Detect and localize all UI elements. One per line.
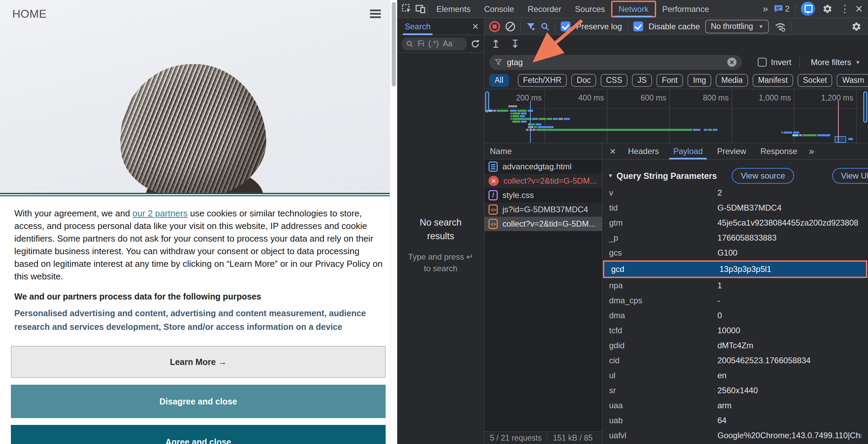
scrollbar-thumb[interactable] — [392, 2, 396, 87]
filter-chip-manifest[interactable]: Manifest — [753, 74, 793, 87]
request-row[interactable]: <>collect?v=2&tid=G-5DM... — [484, 217, 602, 231]
filter-chip-wasm[interactable]: Wasm — [837, 74, 868, 87]
details-tab-payload[interactable]: Payload — [667, 143, 709, 159]
payload-param-row[interactable]: tidG-5DMB37MDC4 — [602, 200, 868, 215]
waterfall-bar — [512, 115, 519, 117]
request-row[interactable]: ×collect?v=2&tid=G-5DM... — [484, 174, 602, 188]
filter-chip-socket[interactable]: Socket — [797, 74, 832, 87]
agree-button[interactable]: Agree and close — [11, 425, 386, 444]
refresh-icon[interactable] — [470, 39, 480, 49]
chevron-down-icon: ▼ — [855, 59, 861, 65]
import-har-icon[interactable]: ↥ — [491, 37, 500, 50]
details-tab-preview[interactable]: Preview — [711, 143, 752, 159]
waterfall-bar — [553, 118, 558, 120]
request-row[interactable]: <>js?id=G-5DMB37MDC4 — [484, 202, 602, 217]
disable-cache-checkbox[interactable] — [633, 21, 643, 31]
search-panel-close-icon[interactable]: × — [472, 20, 479, 33]
devtools-tab-sources[interactable]: Sources — [568, 0, 612, 18]
filter-chip-css[interactable]: CSS — [601, 74, 627, 87]
kebab-menu-icon[interactable]: ⋮ — [840, 4, 850, 14]
more-details-tabs-icon[interactable]: » — [805, 146, 818, 157]
clear-network-log-icon[interactable] — [506, 22, 515, 31]
request-row[interactable]: advancedgtag.html — [484, 159, 602, 174]
details-tab-response[interactable]: Response — [754, 143, 803, 159]
preserve-log-label: Preserve log — [576, 22, 622, 31]
view-url-encoded-button[interactable]: View URL-encoded — [832, 168, 868, 184]
waterfall-bar — [547, 118, 552, 120]
throttling-select[interactable]: No throttling ▼ — [705, 20, 769, 33]
inspect-element-icon[interactable] — [400, 2, 414, 16]
param-key: tcfd — [609, 326, 717, 335]
invert-filter[interactable]: Invert — [758, 58, 791, 67]
settings-gear-icon[interactable] — [821, 2, 834, 16]
issues-counter[interactable]: 2 — [774, 4, 790, 14]
devtools-tab-network[interactable]: Network — [612, 0, 655, 18]
view-source-button[interactable]: View source — [732, 168, 794, 184]
payload-param-row[interactable]: v2 — [602, 185, 868, 200]
request-name: advancedgtag.html — [502, 162, 572, 171]
payload-param-row[interactable]: npa1 — [602, 278, 868, 293]
page-scrollbar[interactable] — [390, 0, 397, 444]
clear-filter-icon[interactable]: × — [727, 58, 737, 67]
filter-input[interactable]: gtag × — [489, 55, 742, 70]
requests-column-header[interactable]: Name — [484, 143, 602, 159]
payload-param-row[interactable]: tcfd10000 — [602, 323, 868, 338]
toolbar-separator — [555, 22, 555, 31]
payload-param-row[interactable]: sr2560x1440 — [602, 383, 868, 398]
partners-link[interactable]: our 2 partners — [133, 208, 188, 218]
disagree-button[interactable]: Disagree and close — [11, 385, 386, 418]
devtools-tab-elements[interactable]: Elements — [430, 0, 477, 18]
filter-chip-js[interactable]: JS — [632, 74, 652, 87]
timeline-tick-label: 800 ms — [677, 93, 729, 103]
more-tabs-icon[interactable]: » — [763, 3, 768, 14]
search-network-icon[interactable] — [541, 22, 549, 31]
payload-param-row[interactable]: gdiddMTc4Zm — [602, 338, 868, 353]
filter-funnel-icon[interactable] — [526, 22, 535, 31]
network-conditions-icon[interactable] — [774, 21, 786, 32]
details-tab-headers[interactable]: Headers — [622, 143, 665, 159]
payload-param-row[interactable]: uaaarm — [602, 398, 868, 413]
payload-param-row[interactable]: _p1766058833883 — [602, 230, 868, 245]
filter-chip-img[interactable]: Img — [687, 74, 711, 87]
preserve-log-checkbox[interactable] — [561, 21, 571, 31]
param-key: npa — [609, 281, 717, 290]
search-input[interactable]: Fi (.*) Aa — [401, 37, 467, 50]
device-toolbar-icon[interactable] — [414, 2, 427, 16]
overview-left-handle[interactable] — [485, 91, 489, 112]
close-details-icon[interactable]: × — [606, 146, 620, 157]
filter-chip-font[interactable]: Font — [656, 74, 683, 87]
request-row[interactable]: /style.css — [484, 188, 602, 202]
ai-assistant-icon[interactable] — [801, 2, 815, 16]
filter-chip-media[interactable]: Media — [716, 74, 748, 87]
more-filters-button[interactable]: More filters ▼ — [811, 58, 861, 67]
network-settings-gear-icon[interactable] — [850, 20, 863, 33]
devtools-tab-recorder[interactable]: Recorder — [521, 0, 568, 18]
record-network-log-icon[interactable] — [489, 21, 500, 32]
payload-param-row[interactable]: gcsG100 — [602, 245, 868, 260]
close-devtools-icon[interactable]: × — [855, 3, 863, 15]
filter-chip-doc[interactable]: Doc — [571, 74, 596, 87]
payload-param-row[interactable]: uab64 — [602, 413, 868, 428]
case-sensitive-toggle[interactable]: Aa — [443, 39, 452, 48]
payload-param-row[interactable]: dma0 — [602, 308, 868, 323]
collapse-triangle-icon[interactable]: ▼ — [608, 173, 613, 179]
devtools-tab-console[interactable]: Console — [477, 0, 521, 18]
payload-param-row-highlighted[interactable]: gcd13p3p3p3p5l1 — [603, 260, 867, 278]
learn-more-button[interactable]: Learn More → — [11, 346, 386, 378]
devtools-tab-performance[interactable]: Performance — [655, 0, 716, 18]
overview-right-handle[interactable] — [863, 91, 867, 123]
payload-param-row[interactable]: ulen — [602, 368, 868, 383]
regex-toggle[interactable]: (.*) — [428, 39, 439, 48]
invert-checkbox[interactable] — [758, 58, 767, 67]
network-overview-timeline[interactable]: 200 ms400 ms600 ms800 ms1,000 ms1,200 ms — [484, 89, 868, 143]
payload-param-row[interactable]: dma_cps- — [602, 293, 868, 308]
filter-chip-all[interactable]: All — [489, 74, 509, 87]
toolbar-separator — [521, 22, 521, 31]
menu-icon[interactable] — [370, 10, 381, 20]
payload-param-row[interactable]: gtm45je5ca1v9238084455za200zd923808 — [602, 215, 868, 230]
payload-param-row[interactable]: uafvlGoogle%20Chrome;143.0.7499.110|Chro… — [602, 428, 868, 443]
export-har-icon[interactable]: ↧ — [511, 37, 520, 50]
payload-param-row[interactable]: cid2005462523.1766058834 — [602, 353, 868, 368]
search-panel-tab[interactable]: Search — [403, 18, 433, 35]
filter-chip-fetch-xhr[interactable]: Fetch/XHR — [518, 74, 567, 87]
